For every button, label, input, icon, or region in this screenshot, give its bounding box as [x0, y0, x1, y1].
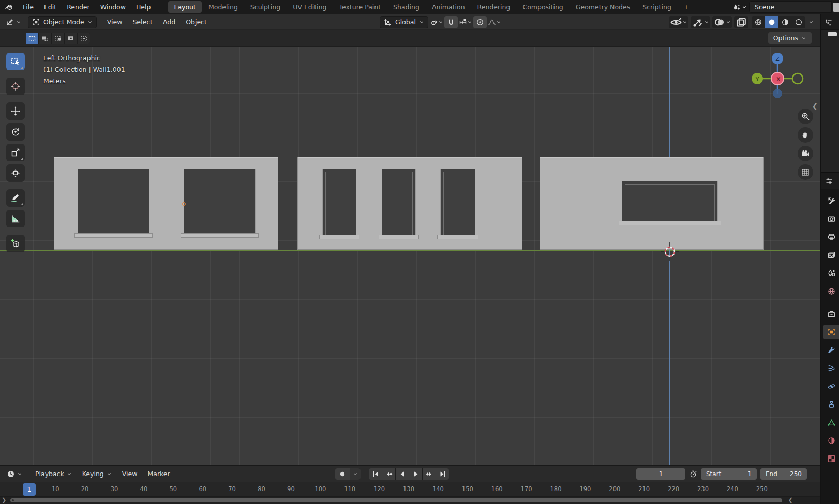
properties-tab-world[interactable] [823, 284, 839, 298]
tool-add-cube[interactable] [6, 235, 25, 252]
tool-tweak-select[interactable] [6, 53, 25, 70]
workspace-tab-texture-paint[interactable]: Texture Paint [333, 1, 386, 13]
properties-tab-texture[interactable] [823, 451, 839, 466]
transform-orientation-dropdown[interactable]: Global [380, 16, 428, 28]
properties-tab-output[interactable] [823, 230, 839, 244]
visibility-eye-button[interactable] [669, 16, 688, 28]
tool-rotate[interactable] [6, 123, 25, 141]
navigation-gizmo[interactable]: Z Y -X [749, 50, 806, 107]
scene-browse-button[interactable] [730, 2, 749, 12]
topbar-menu-window[interactable]: Window [95, 2, 131, 12]
workspace-tab-rendering[interactable]: Rendering [472, 1, 516, 13]
properties-tab-physics[interactable] [823, 379, 839, 393]
magnet-button[interactable] [444, 16, 458, 28]
viewport-menu-object[interactable]: Object [181, 17, 212, 27]
select-intersect-button[interactable] [78, 33, 90, 44]
workspace-tab-geometry-nodes[interactable]: Geometry Nodes [570, 1, 636, 13]
proportional-edit-button[interactable] [473, 16, 487, 28]
blender-menu-button[interactable] [0, 1, 18, 13]
current-frame-field[interactable]: 1 [636, 468, 685, 480]
viewport-menu-add[interactable]: Add [158, 17, 181, 27]
gizmo-axis-neg-z[interactable] [773, 89, 782, 98]
workspace-tab-shading[interactable]: Shading [387, 1, 425, 13]
options-button[interactable]: Options [768, 32, 812, 44]
viewport-zoom-button[interactable] [798, 109, 813, 124]
tool-3d-cursor[interactable] [6, 78, 25, 95]
properties-tab-render[interactable] [823, 211, 839, 226]
select-set-button[interactable] [26, 33, 38, 44]
shading-solid-button[interactable] [765, 16, 778, 28]
workspace-tab-sculpting[interactable]: Sculpting [245, 1, 286, 13]
scene-name-field[interactable]: Scene [749, 1, 832, 13]
play-reverse-button[interactable] [396, 468, 409, 480]
tool-measure[interactable] [6, 210, 25, 227]
wall-object[interactable] [54, 157, 278, 250]
frame-end-field[interactable]: End 250 [760, 468, 807, 480]
pivot-point-button[interactable] [430, 16, 443, 28]
workspace-tab-layout[interactable]: Layout [168, 1, 202, 13]
properties-tab-tool[interactable] [823, 193, 839, 208]
item-keying[interactable]: Keying [77, 468, 117, 479]
item-playback[interactable]: Playback [30, 468, 77, 479]
workspace-tab-compositing[interactable]: Compositing [517, 1, 568, 13]
viewport-camera-button[interactable] [798, 146, 813, 161]
viewport-menu-view[interactable]: View [102, 17, 128, 27]
wall-object[interactable] [540, 157, 764, 250]
properties-tab-constraints[interactable] [823, 397, 839, 411]
auto-keying-options-button[interactable] [350, 468, 361, 480]
viewport-perspective-button[interactable] [798, 164, 813, 180]
snap-target-button[interactable] [459, 16, 472, 28]
jump-to-start-button[interactable] [369, 468, 382, 480]
jump-to-end-button[interactable] [436, 468, 449, 480]
properties-icon[interactable] [825, 177, 833, 185]
properties-tab-modifiers[interactable] [823, 343, 839, 357]
gizmos-button[interactable] [691, 16, 710, 28]
tool-scale[interactable] [6, 144, 25, 161]
properties-tab-collection[interactable] [823, 307, 839, 321]
gizmo-axis-neg-y[interactable] [792, 73, 803, 84]
use-preview-range-button[interactable] [689, 470, 697, 478]
next-keyframe-button[interactable] [423, 468, 436, 480]
viewport-3d[interactable]: Left Orthographic (1) Collection | Wall1… [0, 47, 820, 465]
workspace-tab-uv-editing[interactable]: UV Editing [287, 1, 332, 13]
workspace-tab-modeling[interactable]: Modeling [203, 1, 244, 13]
topbar-menu-file[interactable]: File [18, 2, 39, 12]
workspace-tab-animation[interactable]: Animation [426, 1, 471, 13]
overlays-button[interactable] [712, 16, 732, 28]
topbar-menu-render[interactable]: Render [62, 2, 95, 12]
timeline-editor-type-button[interactable] [4, 468, 25, 480]
shading-wireframe-button[interactable] [752, 16, 765, 28]
tool-transform[interactable] [6, 164, 25, 182]
new-scene-button[interactable] [833, 3, 839, 12]
properties-tab-scene[interactable] [823, 266, 839, 280]
viewport-pan-button[interactable] [798, 127, 813, 143]
editor-type-button[interactable] [3, 17, 24, 28]
properties-tab-object[interactable] [823, 325, 839, 339]
outliner-icon[interactable] [825, 18, 833, 26]
tool-annotate[interactable] [6, 189, 25, 207]
frame-start-field[interactable]: Start 1 [701, 468, 757, 480]
tool-move[interactable] [6, 102, 25, 120]
outliner-row-fragment[interactable] [828, 32, 837, 36]
xray-button[interactable] [734, 16, 748, 28]
falloff-curve-button[interactable] [488, 16, 501, 28]
properties-tab-view-layer[interactable] [823, 248, 839, 262]
select-invert-button[interactable] [65, 33, 77, 44]
shading-material-button[interactable] [778, 16, 792, 28]
topbar-menu-help[interactable]: Help [131, 2, 156, 12]
timeline-collapse-arrow[interactable]: ❮ [788, 497, 793, 503]
timeline-ruler[interactable]: 1 10203040506070809010011012013014015016… [0, 482, 820, 497]
workspace-tab-scripting[interactable]: Scripting [637, 1, 677, 13]
shading-options-chevron[interactable] [808, 20, 814, 25]
topbar-menu-edit[interactable]: Edit [39, 2, 62, 12]
add-workspace-button[interactable]: + [678, 1, 695, 13]
auto-keying-button[interactable] [335, 468, 350, 480]
select-extend-button[interactable] [39, 33, 51, 44]
timeline-expand-arrow[interactable]: ❯ [2, 497, 6, 503]
mode-dropdown[interactable]: Object Mode [28, 16, 97, 28]
select-subtract-button[interactable] [52, 33, 64, 44]
playhead-badge[interactable]: 1 [23, 483, 36, 496]
properties-tab-object-data[interactable] [823, 415, 839, 430]
timeline-scrollbar[interactable] [10, 498, 782, 502]
wall-object[interactable] [297, 157, 522, 250]
